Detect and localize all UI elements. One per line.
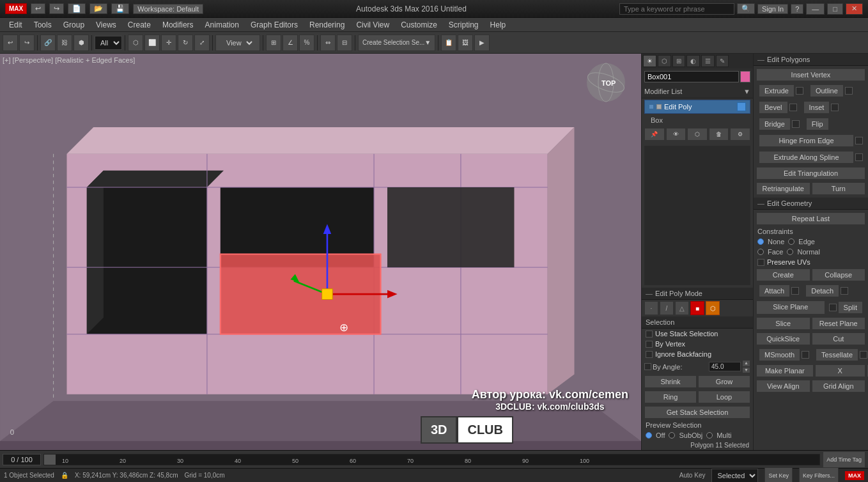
modifier-list-arrow[interactable]: ▼ (743, 88, 750, 95)
workspace-dropdown[interactable]: Workspace: Default (133, 4, 203, 14)
edit-geo-collapse[interactable]: — (757, 199, 764, 207)
angle-snap-btn[interactable]: ∠ (283, 35, 298, 51)
msmooth-btn[interactable]: MSmooth (759, 348, 800, 361)
mirror-btn[interactable]: ⇔ (320, 35, 336, 51)
menu-tools[interactable]: Tools (29, 19, 57, 31)
minimize-btn[interactable]: — (806, 3, 825, 15)
auto-key-dropdown[interactable]: Selected (711, 469, 758, 483)
menu-graph-editors[interactable]: Graph Editors (245, 19, 303, 31)
border-mode-btn[interactable]: △ (675, 301, 689, 315)
reset-plane-btn[interactable]: Reset Plane (812, 317, 866, 330)
timeline-track[interactable]: 10 20 30 40 50 60 70 80 90 100 (43, 454, 820, 465)
face-radio[interactable] (757, 249, 764, 255)
preview-multi-radio[interactable] (706, 432, 713, 439)
hinge-btn[interactable]: Hinge From Edge (759, 134, 854, 147)
menu-modifiers[interactable]: Modifiers (157, 19, 199, 31)
detach-btn[interactable]: Detach (805, 284, 839, 297)
detach-settings[interactable] (841, 287, 848, 295)
render-frame-btn[interactable]: ▶ (474, 35, 490, 51)
undo-btn[interactable]: ↩ (31, 3, 45, 14)
tessellate-btn[interactable]: Tessellate (816, 348, 858, 361)
menu-edit[interactable]: Edit (4, 19, 27, 31)
select-btn[interactable]: ⬡ (128, 35, 143, 51)
bevel-btn[interactable]: Bevel (759, 101, 788, 114)
modifier-editpoly[interactable]: Edit Poly (644, 100, 750, 114)
collapse-arrow[interactable]: — (646, 290, 653, 297)
slice-plane-btn[interactable]: Slice Plane (756, 300, 825, 315)
tessellate-settings[interactable] (860, 351, 867, 359)
by-angle-input[interactable] (709, 362, 741, 371)
modifier-box-subitem[interactable]: Box (642, 115, 753, 125)
scale-btn[interactable]: ⤢ (194, 35, 210, 51)
object-name-input[interactable] (644, 71, 739, 82)
view-align-btn[interactable]: View Align (756, 380, 810, 393)
extrude-settings[interactable] (796, 87, 803, 95)
timeline-thumb[interactable] (44, 455, 56, 465)
search-btn[interactable]: 🔍 (737, 3, 755, 14)
pin-stack-btn[interactable]: 📌 (644, 128, 665, 141)
msmooth-settings[interactable] (802, 351, 809, 359)
move-btn[interactable]: ✛ (161, 35, 176, 51)
open-btn[interactable]: 📂 (89, 3, 107, 14)
menu-customize[interactable]: Customize (396, 19, 442, 31)
orientation-gizmo[interactable]: TOP (584, 60, 628, 105)
layer-btn[interactable]: 📋 (441, 35, 456, 51)
turn-btn[interactable]: Turn (812, 182, 866, 195)
config-modifier-btn[interactable]: ⚙ (730, 128, 750, 141)
by-angle-checkbox[interactable] (644, 363, 651, 370)
normal-radio[interactable] (787, 249, 793, 255)
edge-mode-btn[interactable]: / (660, 301, 674, 315)
search-input[interactable] (619, 3, 734, 15)
menu-scripting[interactable]: Scripting (444, 19, 484, 31)
element-mode-btn[interactable]: ⬡ (706, 301, 720, 315)
reference-dropdown[interactable]: View (215, 35, 260, 51)
menu-group[interactable]: Group (58, 19, 89, 31)
create-selection-btn[interactable]: Create Selection Se... ▼ (358, 35, 435, 51)
retriangulate-btn[interactable]: Retriangulate (756, 182, 810, 195)
rotate-btn[interactable]: ↻ (178, 35, 193, 51)
create-btn[interactable]: Create (756, 268, 810, 281)
key-filters-btn[interactable]: Key Filters... (799, 467, 839, 483)
get-stack-sel-btn[interactable]: Get Stack Selection (644, 406, 750, 419)
x-btn[interactable]: X (815, 364, 865, 377)
new-btn[interactable]: 📄 (68, 3, 86, 14)
preview-off-radio[interactable] (646, 432, 652, 439)
polygon-mode-btn[interactable]: ■ (690, 301, 704, 315)
redo-toolbar-btn[interactable]: ↪ (19, 35, 35, 51)
split-btn[interactable]: Split (838, 301, 863, 314)
bind-btn[interactable]: ⬢ (74, 35, 89, 51)
tab-display[interactable]: ☀ (643, 55, 656, 67)
bridge-settings[interactable] (792, 120, 800, 128)
extrude-btn[interactable]: Extrude (759, 84, 794, 97)
help-btn[interactable]: ? (791, 4, 803, 14)
bridge-btn[interactable]: Bridge (759, 118, 791, 130)
shrink-btn[interactable]: Shrink (644, 375, 697, 388)
percent-snap-btn[interactable]: % (299, 35, 314, 51)
menu-views[interactable]: Views (91, 19, 121, 31)
make-unique-btn[interactable]: ⬡ (687, 128, 708, 141)
render-btn[interactable]: 🖼 (458, 35, 473, 51)
edit-poly-collapse[interactable]: — (757, 56, 764, 63)
outline-btn[interactable]: Outline (810, 84, 844, 97)
attach-btn[interactable]: Attach (759, 284, 790, 297)
menu-rendering[interactable]: Rendering (304, 19, 350, 31)
make-planar-btn[interactable]: Make Planar (756, 364, 814, 377)
tab-motion[interactable]: ◐ (686, 55, 700, 67)
sign-in-btn[interactable]: Sign In (757, 4, 788, 14)
tab-display2[interactable]: ☰ (701, 55, 715, 67)
filter-dropdown[interactable]: All (95, 36, 122, 50)
object-color-picker[interactable] (740, 71, 750, 82)
unlink-btn[interactable]: ⛓ (57, 35, 72, 51)
slice-btn[interactable]: Slice (756, 317, 810, 330)
by-angle-down[interactable]: ▼ (742, 367, 750, 373)
grow-btn[interactable]: Grow (698, 375, 750, 388)
link-btn[interactable]: 🔗 (40, 35, 56, 51)
vertex-mode-btn[interactable]: · (644, 301, 658, 315)
save-btn[interactable]: 💾 (111, 3, 129, 14)
preview-subobj-radio[interactable] (669, 432, 675, 439)
attach-settings[interactable] (791, 287, 799, 295)
lock-icon[interactable]: 🔒 (61, 472, 68, 479)
loop-btn[interactable]: Loop (698, 391, 750, 403)
redo-btn[interactable]: ↪ (49, 3, 64, 14)
tab-hierarchy[interactable]: ⊞ (672, 55, 685, 67)
